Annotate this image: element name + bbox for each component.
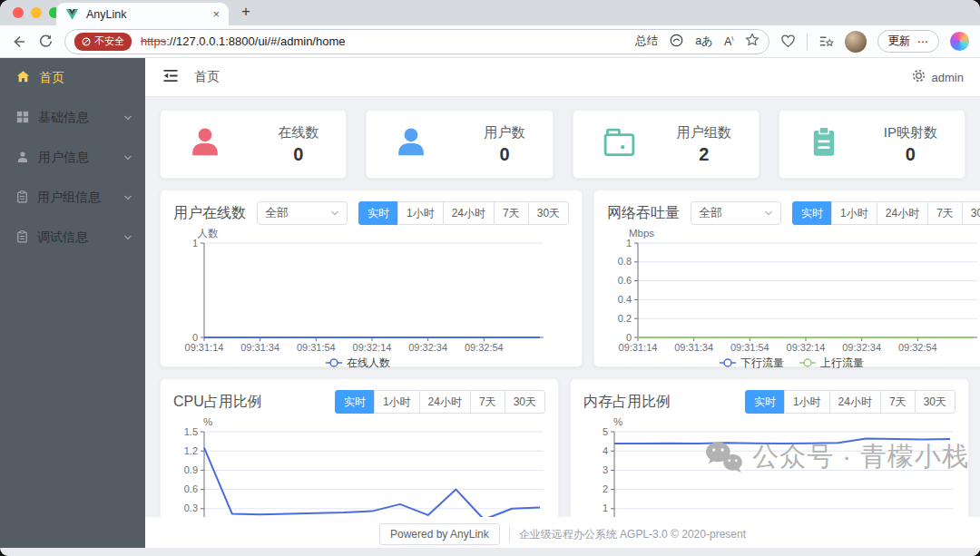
close-tab-icon[interactable]: × bbox=[212, 7, 220, 21]
svg-text:09:32:54: 09:32:54 bbox=[465, 342, 504, 353]
stat-card-user-count: 用户数0 bbox=[366, 110, 553, 179]
security-badge[interactable]: 不安全 bbox=[74, 33, 132, 51]
time-range-button-2[interactable]: 24小时 bbox=[877, 201, 928, 225]
sidebar-item-label: 调试信息 bbox=[37, 229, 88, 246]
svg-text:1.5: 1.5 bbox=[184, 426, 198, 437]
main-area: 首页 admin 在线数0用户数0用户组数2IP映射数0 用户在线数 bbox=[145, 58, 980, 556]
time-range-button-1[interactable]: 1小时 bbox=[397, 201, 444, 225]
time-range-group: 实时1小时24小时7天30天 bbox=[358, 201, 569, 225]
gear-icon[interactable] bbox=[912, 69, 926, 85]
filter-select[interactable]: 全部 bbox=[257, 201, 348, 225]
license-text: 企业级远程办公系统 AGPL-3.0 © 2020-present bbox=[509, 527, 746, 542]
time-range-button-3[interactable]: 7天 bbox=[470, 390, 505, 414]
svg-text:0.9: 0.9 bbox=[184, 464, 198, 475]
tab-strip: AnyLink × + bbox=[0, 0, 980, 25]
chevron-down-icon bbox=[764, 209, 773, 218]
back-icon[interactable] bbox=[11, 34, 27, 50]
stat-value: 0 bbox=[884, 144, 937, 165]
copilot-summarize-icon[interactable] bbox=[669, 33, 684, 51]
svg-text:0.8: 0.8 bbox=[618, 256, 632, 267]
svg-text:5: 5 bbox=[603, 426, 608, 437]
stat-value: 2 bbox=[677, 144, 731, 165]
panel-title-cpu: CPU占用比例 bbox=[173, 393, 262, 412]
network-throughput-chart: Mbps00.20.40.60.8109:31:1409:31:3409:31:… bbox=[607, 229, 979, 372]
sidebar-item-home[interactable]: 首页 bbox=[0, 58, 145, 98]
omnibox-actions: 总结 aあ A\ bbox=[635, 33, 759, 51]
sidebar-item-user-group-info[interactable]: 用户组信息 bbox=[0, 178, 145, 218]
close-window-button[interactable] bbox=[13, 7, 24, 18]
time-range-button-0[interactable]: 实时 bbox=[745, 390, 785, 414]
chevron-down-icon bbox=[330, 209, 339, 218]
summarize-label[interactable]: 总结 bbox=[635, 34, 658, 49]
translate-icon[interactable]: aあ bbox=[695, 34, 713, 49]
favorite-star-icon[interactable] bbox=[745, 33, 760, 50]
sidebar-item-user-info[interactable]: 用户信息 bbox=[0, 138, 145, 178]
stat-card-ip-mapping-count: IP映射数0 bbox=[779, 110, 965, 179]
time-range-button-4[interactable]: 30天 bbox=[915, 390, 956, 414]
address-bar[interactable]: 不安全 https://127.0.0.1:8800/ui/#/admin/ho… bbox=[64, 29, 769, 54]
time-range-button-0[interactable]: 实时 bbox=[358, 201, 398, 225]
svg-text:09:32:34: 09:32:34 bbox=[842, 342, 881, 353]
not-secure-icon bbox=[82, 37, 91, 46]
main-header: 首页 admin bbox=[145, 58, 980, 97]
favorites-bar-icon[interactable] bbox=[818, 34, 834, 49]
time-range-button-3[interactable]: 7天 bbox=[880, 390, 916, 414]
svg-text:2: 2 bbox=[603, 483, 608, 494]
sidebar-item-debug-info[interactable]: 调试信息 bbox=[0, 218, 145, 258]
copilot-icon[interactable] bbox=[950, 32, 969, 51]
time-range-button-4[interactable]: 30天 bbox=[962, 201, 980, 225]
time-range-button-1[interactable]: 1小时 bbox=[831, 201, 877, 225]
collapse-sidebar-icon[interactable] bbox=[162, 68, 180, 87]
more-icon[interactable]: ⋯ bbox=[917, 34, 929, 48]
read-aloud-icon[interactable]: A\ bbox=[724, 34, 734, 48]
browser-window: AnyLink × + 不安全 https://127.0.0.1:8800/u… bbox=[0, 0, 980, 556]
time-range-button-3[interactable]: 7天 bbox=[494, 201, 529, 225]
time-range-button-0[interactable]: 实时 bbox=[335, 390, 375, 414]
time-range-button-2[interactable]: 24小时 bbox=[443, 201, 495, 225]
sidebar-item-basic-info[interactable]: 基础信息 bbox=[0, 98, 145, 138]
time-range-button-4[interactable]: 30天 bbox=[505, 390, 545, 414]
time-range-button-3[interactable]: 7天 bbox=[927, 201, 963, 225]
reload-icon[interactable] bbox=[38, 34, 54, 49]
time-range-button-1[interactable]: 1小时 bbox=[374, 390, 420, 414]
svg-text:0.6: 0.6 bbox=[618, 275, 632, 286]
svg-text:09:31:34: 09:31:34 bbox=[240, 342, 279, 353]
stat-card-online-count: 在线数0 bbox=[160, 110, 347, 179]
browser-tab[interactable]: AnyLink × bbox=[56, 3, 229, 25]
traffic-lights bbox=[13, 7, 60, 18]
sidebar-item-label: 用户组信息 bbox=[37, 190, 101, 206]
svg-text:0.6: 0.6 bbox=[184, 483, 198, 494]
footer: Powered by AnyLink 企业级远程办公系统 AGPL-3.0 © … bbox=[145, 517, 980, 551]
stat-label: 在线数 bbox=[278, 124, 318, 141]
time-range-button-1[interactable]: 1小时 bbox=[784, 390, 830, 414]
panel-title-network: 网络吞吐量 bbox=[607, 204, 680, 223]
vue-favicon bbox=[65, 8, 79, 21]
time-range-button-2[interactable]: 24小时 bbox=[419, 390, 471, 414]
user-icon bbox=[394, 125, 428, 163]
user-menu[interactable]: admin bbox=[932, 71, 964, 84]
svg-text:4: 4 bbox=[603, 445, 608, 456]
time-range-button-0[interactable]: 实时 bbox=[792, 201, 832, 225]
profile-avatar[interactable] bbox=[845, 31, 867, 53]
tab-title: AnyLink bbox=[86, 8, 126, 21]
update-button[interactable]: 更新 ⋯ bbox=[877, 30, 940, 53]
time-range-group: 实时1小时24小时7天30天 bbox=[792, 201, 980, 225]
svg-text:09:31:14: 09:31:14 bbox=[619, 342, 658, 353]
clipboard-icon bbox=[16, 190, 28, 206]
stat-value: 0 bbox=[485, 144, 525, 165]
time-range-button-2[interactable]: 24小时 bbox=[829, 390, 881, 414]
svg-text:1: 1 bbox=[626, 238, 632, 249]
time-range-button-4[interactable]: 30天 bbox=[528, 201, 569, 225]
svg-text:09:31:14: 09:31:14 bbox=[185, 342, 224, 353]
panel-title-memory: 内存占用比例 bbox=[583, 393, 671, 412]
browser-essentials-icon[interactable] bbox=[780, 34, 796, 49]
svg-text:0: 0 bbox=[626, 332, 632, 343]
powered-by-link[interactable]: Powered by AnyLink bbox=[379, 523, 500, 545]
stat-label: IP映射数 bbox=[884, 124, 937, 141]
filter-select[interactable]: 全部 bbox=[691, 201, 781, 225]
svg-text:09:31:54: 09:31:54 bbox=[297, 342, 336, 353]
svg-text:下行流量: 下行流量 bbox=[740, 356, 784, 369]
svg-text:1.2: 1.2 bbox=[184, 445, 198, 456]
minimize-window-button[interactable] bbox=[31, 7, 42, 18]
new-tab-button[interactable]: + bbox=[241, 3, 250, 21]
